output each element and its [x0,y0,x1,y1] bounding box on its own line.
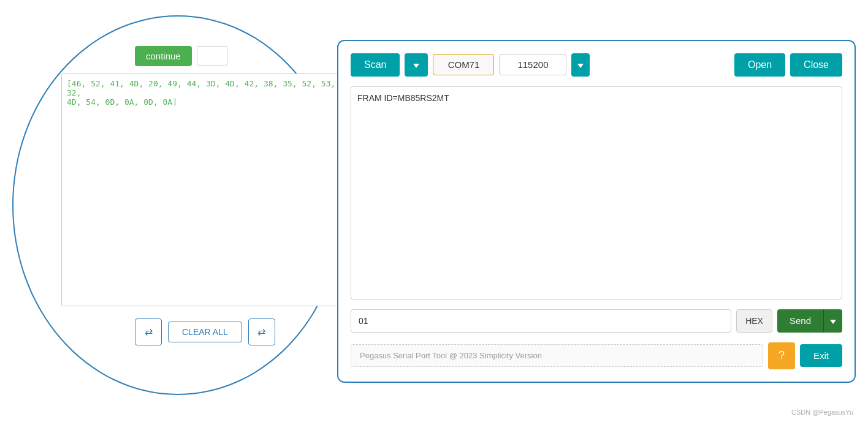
send-row: HEX Send [351,309,842,333]
send-button-group: Send [777,309,842,333]
filter-icon: ⇄ [257,326,265,337]
baud-dropdown-button[interactable] [571,53,590,77]
output-area[interactable]: FRAM ID=MB85RS2MT [351,86,842,300]
settings-icon: ⇄ [145,326,153,337]
data-textarea[interactable]: [46, 52, 41, 4D, 20, 49, 44, 3D, 4D, 42,… [61,73,343,306]
icon-right-button[interactable]: ⇄ [248,318,275,345]
question-icon: ? [779,349,785,362]
chevron-down-icon-baud [577,64,584,68]
watermark: CSDN @PegasusYu [791,409,853,416]
send-button[interactable]: Send [777,309,823,333]
baud-input[interactable] [499,54,566,75]
exit-button[interactable]: Exit [800,344,842,367]
port-input[interactable] [433,54,494,75]
send-dropdown-button[interactable] [823,309,842,333]
output-content: FRAM ID=MB85RS2MT [357,93,449,103]
icon-left-button[interactable]: ⇄ [135,318,162,345]
footer-row: Pegasus Serial Port Tool @ 2023 Simplici… [351,342,842,369]
footer-text: Pegasus Serial Port Tool @ 2023 Simplici… [351,344,763,367]
open-button[interactable]: Open [734,53,785,77]
help-button[interactable]: ? [768,342,795,369]
scan-button[interactable]: Scan [351,53,400,77]
continue-button[interactable]: continue [135,46,192,66]
chevron-down-icon [413,64,419,68]
hex-button[interactable]: HEX [736,309,772,333]
right-panel: Scan Open Close FRAM ID=MB85RS2MT HEX Se… [337,40,856,383]
continue-row: continue [135,46,343,66]
toolbar-row: Scan Open Close [351,53,842,77]
scan-dropdown-button[interactable] [405,53,428,77]
left-content: continue [46, 52, 41, 4D, 20, 49, 44, 3D… [61,46,343,345]
clear-all-button[interactable]: CLEAR ALL [168,322,242,342]
close-button[interactable]: Close [790,53,842,77]
continue-input[interactable] [197,46,227,66]
bottom-buttons: ⇄ CLEAR ALL ⇄ [135,318,343,345]
send-input[interactable] [351,309,731,333]
left-panel: continue [46, 52, 41, 4D, 20, 49, 44, 3D… [12,15,356,407]
chevron-down-icon-send [830,320,836,324]
